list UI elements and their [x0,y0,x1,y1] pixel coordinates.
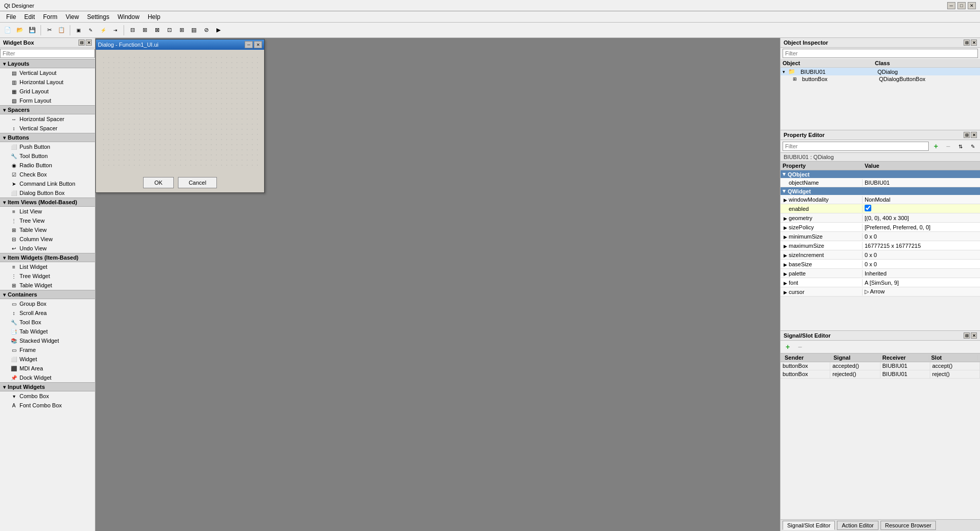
widget-column-view[interactable]: ⊟ Column View [0,234,95,244]
prop-geometry-value[interactable]: [(0, 0), 400 x 300] [863,214,980,222]
obj-inspector-undock[interactable]: ⊟ [964,40,970,46]
edit-mode-button[interactable]: ✎ [85,25,96,36]
prop-basesize-value[interactable]: 0 x 0 [863,261,980,268]
object-inspector-filter[interactable] [783,49,978,58]
property-filter-input[interactable] [783,142,929,151]
prop-sizepolicy-value[interactable]: [Preferred, Preferred, 0, 0] [863,224,980,231]
layout-h-button[interactable]: ⊟ [127,25,138,36]
prop-enabled-value[interactable] [863,204,980,213]
tab-signal-slot-editor[interactable]: Signal/Slot Editor [783,521,835,530]
close-button[interactable]: ✕ [968,2,976,9]
menu-view[interactable]: View [62,12,83,22]
tab-order-button[interactable]: ⇥ [110,25,121,36]
obj-inspector-close[interactable]: ✕ [971,40,977,46]
section-input-widgets[interactable]: Input Widgets [0,382,95,391]
widget-tree-widget[interactable]: ⋮ Tree Widget [0,271,95,281]
dialog-ok-button[interactable]: OK [143,177,174,188]
widget-mode-button[interactable]: ▣ [73,25,84,36]
prop-font-value[interactable]: A [SimSun, 9] [863,279,980,286]
widget-horizontal-layout[interactable]: ▥ Horizontal Layout [0,77,95,87]
prop-add-button[interactable]: + [931,141,941,151]
section-containers[interactable]: Containers [0,290,95,299]
section-qobject[interactable]: ▾ QObject [781,170,980,178]
prop-editor-undock[interactable]: ⊟ [964,132,970,138]
section-layouts[interactable]: Layouts [0,59,95,68]
widget-box-undock[interactable]: ⊟ [78,40,85,46]
widget-mdi-area[interactable]: ⬛ MDI Area [0,364,95,373]
menu-file[interactable]: File [2,12,20,22]
prop-editor-close[interactable]: ✕ [971,132,977,138]
menu-form[interactable]: Form [39,12,62,22]
widget-stacked-widget[interactable]: 📚 Stacked Widget [0,336,95,345]
widget-form-layout[interactable]: ▧ Form Layout [0,96,95,105]
obj-row-buttonbox[interactable]: ⊞ buttonBox QDialogButtonBox [781,75,980,83]
widget-command-link-button[interactable]: ➤ Command Link Button [0,179,95,188]
dialog-close-button[interactable]: ✕ [254,41,262,48]
layout-split-v-button[interactable]: ⊡ [164,25,175,36]
save-button[interactable]: 💾 [27,25,38,36]
prop-cursor-value[interactable]: ▷ Arrow [863,288,980,296]
widget-group-box[interactable]: ▭ Group Box [0,299,95,308]
prop-remove-button[interactable]: ─ [943,141,953,151]
widget-radio-button[interactable]: ◉ Radio Button [0,161,95,170]
tab-resource-browser[interactable]: Resource Browser [881,521,936,530]
prop-sort-button[interactable]: ⇅ [955,141,966,151]
widget-table-widget[interactable]: ⊞ Table Widget [0,281,95,290]
dialog-content[interactable] [96,50,264,173]
widget-horizontal-spacer[interactable]: ↔ Horizontal Spacer [0,114,95,124]
prop-palette-value[interactable]: Inherited [863,270,980,277]
widget-tree-view[interactable]: ⋮ Tree View [0,216,95,225]
enabled-checkbox[interactable] [865,205,871,211]
section-qwidget[interactable]: ▾ QWidget [781,187,980,195]
maximize-button[interactable]: □ [957,2,966,9]
dialog-cancel-button[interactable]: Cancel [178,177,217,188]
layout-form-button[interactable]: ▤ [188,25,199,36]
signal-add-button[interactable]: + [783,342,793,352]
menu-window[interactable]: Window [113,12,144,22]
layout-grid-button[interactable]: ⊞ [176,25,187,36]
widget-box-close[interactable]: ✕ [86,40,92,46]
widget-dock-widget[interactable]: 📌 Dock Widget [0,373,95,382]
widget-font-combo-box[interactable]: A Font Combo Box [0,401,95,410]
signal-slot-close[interactable]: ✕ [971,332,977,339]
widget-filter-input[interactable] [0,49,95,58]
prop-objectname-value[interactable]: BIUBIU01 [863,179,980,186]
section-item-views[interactable]: Item Views (Model-Based) [0,198,95,207]
widget-list-view[interactable]: ≡ List View [0,207,95,216]
layout-split-h-button[interactable]: ⊠ [151,25,163,36]
biubiu01-expander[interactable]: ▾ [783,69,785,74]
widget-tool-button[interactable]: 🔧 Tool Button [0,151,95,161]
prop-sizeincrement-value[interactable]: 0 x 0 [863,251,980,259]
tab-action-editor[interactable]: Action Editor [837,521,878,530]
preview-button[interactable]: ▶ [213,25,224,36]
widget-list-widget[interactable]: ≡ List Widget [0,262,95,271]
widget-tab-widget[interactable]: 📑 Tab Widget [0,327,95,336]
signal-remove-button[interactable]: ─ [795,342,805,352]
minimize-button[interactable]: ─ [947,2,955,9]
prop-maximumsize-value[interactable]: 16777215 x 16777215 [863,242,980,249]
widget-vertical-layout[interactable]: ▤ Vertical Layout [0,68,95,77]
cut-button[interactable]: ✂ [44,25,55,36]
widget-grid-layout[interactable]: ▦ Grid Layout [0,87,95,96]
section-spacers[interactable]: Spacers [0,105,95,114]
widget-widget[interactable]: ⬜ Widget [0,355,95,364]
widget-push-button[interactable]: ⬜ Push Button [0,142,95,151]
buddy-mode-button[interactable]: ⚡ [97,25,109,36]
layout-break-button[interactable]: ⊘ [201,25,212,36]
prop-minimumsize-value[interactable]: 0 x 0 [863,233,980,240]
prop-windowmodality-value[interactable]: NonModal [863,196,980,203]
widget-undo-view[interactable]: ↩ Undo View [0,244,95,253]
widget-frame[interactable]: ▭ Frame [0,345,95,355]
prop-configure-button[interactable]: ✎ [968,141,978,151]
widget-check-box[interactable]: ☑ Check Box [0,170,95,179]
copy-button[interactable]: 📋 [56,25,67,36]
widget-scroll-area[interactable]: ↕ Scroll Area [0,308,95,318]
canvas-area[interactable]: Dialog - Function1_UI.ui ─ ✕ OK Cancel [95,38,780,531]
section-buttons[interactable]: Buttons [0,133,95,142]
obj-row-biubiu01[interactable]: ▾ 📁 BIUBIU01 QDialog [781,68,980,75]
section-item-widgets[interactable]: Item Widgets (Item-Based) [0,253,95,262]
signal-slot-undock[interactable]: ⊟ [964,332,970,339]
widget-combo-box[interactable]: ▾ Combo Box [0,391,95,401]
widget-tool-box[interactable]: 🔧 Tool Box [0,318,95,327]
widget-table-view[interactable]: ⊞ Table View [0,225,95,234]
